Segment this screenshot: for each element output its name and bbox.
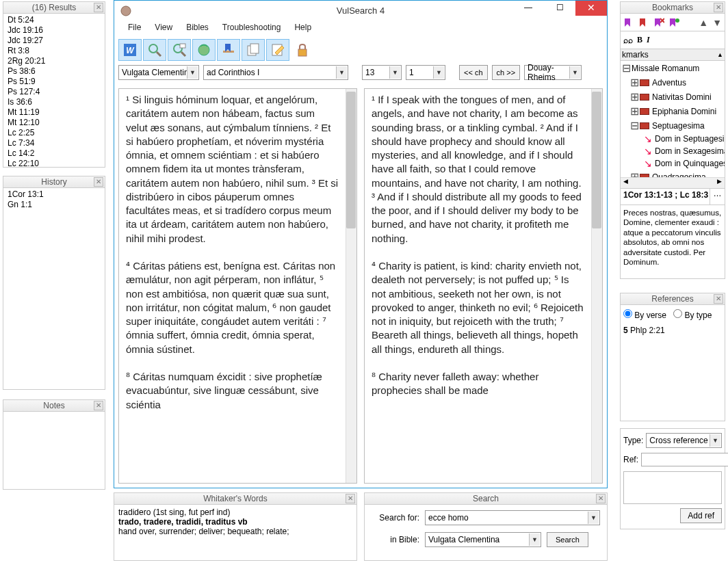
bm-add-icon[interactable]	[623, 17, 634, 28]
bm-add2-icon[interactable]	[638, 17, 649, 28]
edit-tool-button[interactable]	[266, 39, 289, 61]
scroll-left-icon[interactable]: ◀	[621, 178, 631, 188]
result-item[interactable]: Lc 7:34	[3, 138, 105, 148]
dropdown-icon: ▼	[529, 533, 540, 546]
history-list[interactable]: 1Cor 13:1Gn 1:1	[3, 188, 105, 390]
bm-edit-icon[interactable]	[668, 17, 679, 28]
scrollbar-left[interactable]	[346, 89, 356, 483]
prev-chapter-button[interactable]: << ch	[459, 65, 488, 80]
verse-combo[interactable]: 1▼	[406, 65, 445, 80]
tree-item[interactable]: ⊞Epiphania Domini	[621, 104, 725, 118]
result-item[interactable]: Lc 22:10	[3, 159, 105, 168]
binoculars-icon[interactable]: ⌕⌕	[623, 36, 633, 45]
tree-item[interactable]: ⊟Septuagesima	[621, 118, 725, 133]
history-item[interactable]: 1Cor 13:1	[8, 189, 101, 200]
bm-del-icon[interactable]	[653, 17, 664, 28]
result-item[interactable]: 2Rg 20:21	[3, 56, 105, 66]
bookmark-more-button[interactable]: …	[710, 189, 725, 205]
result-item[interactable]: Ps 51:9	[3, 77, 105, 87]
menu-troubleshooting[interactable]: Troubleshooting	[216, 21, 288, 34]
result-item[interactable]: Jdc 19:16	[3, 25, 105, 36]
results-list[interactable]: Dt 5:24Jdc 19:16Jdc 19:27Rt 3:82Rg 20:21…	[3, 14, 105, 168]
search2-tool-button[interactable]	[168, 39, 191, 61]
menu-view[interactable]: View	[148, 21, 179, 34]
svg-rect-13	[298, 49, 307, 56]
bible-right-combo[interactable]: Douay-Rheims▼	[524, 65, 582, 80]
notes-box[interactable]	[3, 412, 105, 490]
by-type-radio[interactable]: By type	[673, 311, 712, 320]
text-pane-left[interactable]: ¹ Si linguis hóminum loquar, et angelóru…	[118, 88, 357, 484]
search-for-input[interactable]: ecce homo▼	[425, 510, 600, 525]
result-item[interactable]: Lc 14:2	[3, 148, 105, 159]
add-ref-button[interactable]: Add ref	[680, 508, 722, 523]
notes-close-icon[interactable]: ✕	[94, 401, 103, 410]
bookmarks-close-icon[interactable]: ✕	[714, 3, 723, 12]
bold-button[interactable]: B	[637, 35, 642, 45]
result-item[interactable]: Rt 3:8	[3, 46, 105, 56]
result-item[interactable]: Mt 12:10	[3, 118, 105, 128]
references-close-icon[interactable]: ✕	[714, 294, 723, 304]
maximize-button[interactable]: ☐	[544, 1, 575, 16]
whit-line: trado, tradere, tradidi, traditus vb	[118, 517, 352, 527]
tree-item[interactable]: ⊞Adventus	[621, 75, 725, 90]
type-combo[interactable]: Cross reference▼	[646, 433, 722, 448]
in-bible-combo[interactable]: Vulgata Clementina▼	[425, 532, 541, 547]
copy-tool-button[interactable]	[242, 39, 265, 61]
tree-item[interactable]: ↘Dom in Quinquagesima	[621, 157, 725, 170]
history-item[interactable]: Gn 1:1	[8, 200, 101, 210]
word-tool-button[interactable]: W	[118, 39, 142, 61]
nav-row: Vulgata Clementina▼ ad Corinthios I▼ 13▼…	[114, 64, 607, 81]
whitakers-title-text: Whitaker's Words	[203, 494, 267, 503]
scroll-right-icon[interactable]: ▶	[714, 178, 725, 188]
tree-item[interactable]: ↘Dom in Sexagesima	[621, 145, 725, 157]
search-button[interactable]: Search	[547, 532, 588, 547]
whitakers-close-icon[interactable]: ✕	[346, 494, 355, 503]
menu-file[interactable]: File	[121, 21, 148, 34]
history-close-icon[interactable]: ✕	[94, 177, 103, 187]
next-chapter-button[interactable]: ch >>	[492, 65, 521, 80]
menu-help[interactable]: Help	[287, 21, 318, 34]
bible-left-combo[interactable]: Vulgata Clementina▼	[118, 65, 199, 80]
text-pane-right[interactable]: ¹ If I speak with the tongues of men, an…	[364, 88, 603, 484]
result-item[interactable]: Is 36:6	[3, 97, 105, 107]
chapter-value: 13	[365, 68, 374, 77]
results-close-icon[interactable]: ✕	[94, 3, 103, 12]
result-item[interactable]: Dt 5:24	[3, 15, 105, 25]
ref-text-input[interactable]	[623, 471, 722, 504]
search-tool-button[interactable]	[143, 39, 166, 61]
search-close-icon[interactable]: ✕	[596, 494, 606, 503]
bookmark-location: 1Cor 13:1-13 ; Lc 18:3	[621, 189, 710, 205]
result-item[interactable]: Lc 2:25	[3, 128, 105, 138]
bm-down-icon[interactable]: ▼	[712, 17, 722, 28]
whitakers-title: Whitaker's Words ✕	[114, 492, 357, 505]
bookmarks-toolbar2: ⌕⌕ B I	[620, 31, 725, 49]
search-title-text: Search	[473, 494, 499, 503]
minimize-button[interactable]: —	[512, 1, 544, 16]
book-combo[interactable]: ad Corinthios I▼	[203, 65, 348, 80]
by-verse-radio[interactable]: By verse	[623, 311, 666, 320]
italic-button[interactable]: I	[647, 35, 650, 45]
tree-item[interactable]: ↘Dom in Septuagesima	[621, 133, 725, 145]
bm-up-icon[interactable]: ▲	[699, 17, 708, 28]
ref-input[interactable]	[641, 453, 728, 466]
globe-tool-button[interactable]	[192, 39, 216, 61]
tree-item[interactable]: ⊟Missale Romanum	[621, 61, 725, 75]
whit-line: tradidero (1st sing, fut perf ind)	[118, 507, 352, 517]
reference-item[interactable]: 5 Phlp 2:21	[623, 326, 722, 335]
references-title: References ✕	[620, 293, 725, 305]
result-item[interactable]: Ps 127:4	[3, 87, 105, 97]
bookmarks-tree[interactable]: kmarks▲ ⊟Missale Romanum⊞Adventus⊞Nativi…	[620, 49, 725, 189]
lock-tool-button[interactable]	[291, 39, 314, 61]
close-button[interactable]: ✕	[575, 1, 607, 16]
bookmark-tool-button[interactable]	[217, 39, 240, 61]
scrollbar-right[interactable]	[591, 89, 602, 483]
chapter-combo[interactable]: 13▼	[362, 65, 402, 80]
menu-bibles[interactable]: Bibles	[179, 21, 216, 34]
tree-item[interactable]: ⊞Nativitas Domini	[621, 90, 725, 104]
in-bible-value: Vulgata Clementina	[428, 535, 499, 544]
type-value: Cross reference	[649, 436, 707, 445]
titlebar[interactable]: VulSearch 4 — ☐ ✕	[114, 1, 607, 21]
result-item[interactable]: Jdc 19:27	[3, 36, 105, 46]
result-item[interactable]: Mt 11:19	[3, 107, 105, 118]
result-item[interactable]: Ps 38:6	[3, 66, 105, 77]
